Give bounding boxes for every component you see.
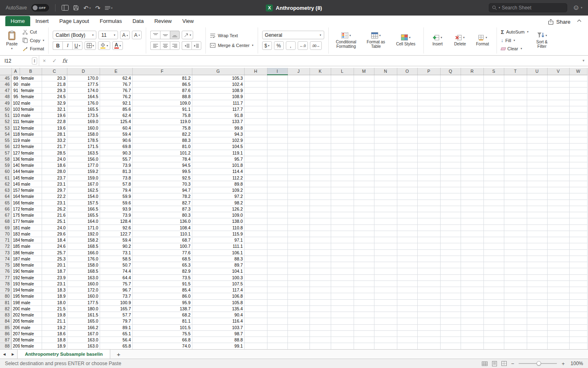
cell-N54[interactable] xyxy=(374,131,397,137)
save-icon[interactable] xyxy=(73,5,79,11)
cell-K54[interactable] xyxy=(310,131,331,137)
cell-G85[interactable]: 103.7 xyxy=(192,324,244,330)
cell-D88[interactable]: 163.0 xyxy=(67,343,100,349)
cell-G88[interactable]: 99.1 xyxy=(192,343,244,349)
cell-L47[interactable] xyxy=(331,88,354,94)
cell-U80[interactable] xyxy=(527,293,547,299)
cell-B56[interactable]: female xyxy=(20,144,42,150)
cell-Q55[interactable] xyxy=(440,137,461,144)
cell-S74[interactable] xyxy=(483,256,504,262)
cell-M78[interactable] xyxy=(354,280,374,287)
row-header-63[interactable]: 63 xyxy=(0,187,11,193)
cell-F48[interactable]: 88.8 xyxy=(132,94,192,100)
conditional-formatting-button[interactable]: Conditional Formatting xyxy=(333,32,360,49)
cell-F77[interactable]: 73.5 xyxy=(132,274,192,280)
cell-H68[interactable] xyxy=(244,218,267,224)
cell-J53[interactable] xyxy=(287,125,310,131)
cell-R50[interactable] xyxy=(461,106,483,112)
cell-N80[interactable] xyxy=(374,293,397,299)
cell-C52[interactable]: 22.8 xyxy=(42,119,67,125)
cell-O69[interactable] xyxy=(397,224,417,231)
cell-U64[interactable] xyxy=(527,193,547,200)
cell-O60[interactable] xyxy=(397,168,417,175)
cell-K73[interactable] xyxy=(310,249,331,256)
cell-S47[interactable] xyxy=(483,88,504,94)
cell-R79[interactable] xyxy=(461,287,483,293)
cell-U51[interactable] xyxy=(527,112,547,119)
cell-K67[interactable] xyxy=(310,212,331,218)
cell-A71[interactable]: 184 xyxy=(11,237,20,243)
cell-L69[interactable] xyxy=(331,224,354,231)
cell-D60[interactable]: 159.2 xyxy=(67,168,100,175)
cell-S64[interactable] xyxy=(483,193,504,200)
cell-C81[interactable]: 18.0 xyxy=(42,299,67,305)
zoom-out-icon[interactable]: − xyxy=(511,361,514,367)
underline-button[interactable]: U xyxy=(72,41,82,50)
cell-B45[interactable]: female xyxy=(20,75,42,81)
cell-P52[interactable] xyxy=(417,119,440,125)
cell-A86[interactable]: 207 xyxy=(11,330,20,337)
cell-C80[interactable]: 18.9 xyxy=(42,293,67,299)
cell-T52[interactable] xyxy=(504,119,527,125)
cell-U60[interactable] xyxy=(527,168,547,175)
next-sheet-icon[interactable]: ▶ xyxy=(9,350,17,359)
cell-R78[interactable] xyxy=(461,280,483,287)
sheet-tab-active[interactable]: Anthropometry Subsample baselin xyxy=(17,350,110,359)
cell-A61[interactable]: 145 xyxy=(11,175,20,181)
cell-R67[interactable] xyxy=(461,212,483,218)
cell-J62[interactable] xyxy=(287,181,310,187)
cell-P84[interactable] xyxy=(417,318,440,324)
cell-O87[interactable] xyxy=(397,337,417,343)
cell-V51[interactable] xyxy=(547,112,569,119)
cell-A70[interactable]: 183 xyxy=(11,231,20,237)
cell-W84[interactable] xyxy=(569,318,587,324)
cell-D76[interactable]: 168.5 xyxy=(67,268,100,274)
cell-T80[interactable] xyxy=(504,293,527,299)
cell-B58[interactable]: female xyxy=(20,156,42,162)
cell-E59[interactable]: 73.9 xyxy=(100,162,132,168)
cell-L81[interactable] xyxy=(331,299,354,305)
cell-D67[interactable]: 165.5 xyxy=(67,212,100,218)
cell-L50[interactable] xyxy=(331,106,354,112)
cell-O50[interactable] xyxy=(397,106,417,112)
cell-J61[interactable] xyxy=(287,175,310,181)
cell-B72[interactable]: male xyxy=(20,243,42,249)
cell-E64[interactable]: 59.9 xyxy=(100,193,132,200)
cell-J48[interactable] xyxy=(287,94,310,100)
cell-D57[interactable]: 163.5 xyxy=(67,150,100,156)
cell-L52[interactable] xyxy=(331,119,354,125)
cell-J79[interactable] xyxy=(287,287,310,293)
cell-M75[interactable] xyxy=(354,262,374,268)
row-header-81[interactable]: 81 xyxy=(0,299,11,305)
cell-C64[interactable]: 22.2 xyxy=(42,193,67,200)
cell-F75[interactable]: 65.3 xyxy=(132,262,192,268)
cell-F74[interactable]: 68.5 xyxy=(132,256,192,262)
cell-E85[interactable]: 89.1 xyxy=(100,324,132,330)
cell-J59[interactable] xyxy=(287,162,310,168)
confirm-entry-icon[interactable]: ✓ xyxy=(49,56,60,66)
cell-F70[interactable]: 110.1 xyxy=(132,231,192,237)
cell-A78[interactable]: 193 xyxy=(11,280,20,287)
cell-D61[interactable]: 159.0 xyxy=(67,175,100,181)
cell-E66[interactable]: 93.9 xyxy=(100,206,132,212)
cell-S86[interactable] xyxy=(483,330,504,337)
cell-E88[interactable]: 65.8 xyxy=(100,343,132,349)
cell-L68[interactable] xyxy=(331,218,354,224)
cell-J57[interactable] xyxy=(287,150,310,156)
cell-S46[interactable] xyxy=(483,81,504,87)
cell-O70[interactable] xyxy=(397,231,417,237)
cell-G69[interactable]: 110.8 xyxy=(192,224,244,231)
cell-K57[interactable] xyxy=(310,150,331,156)
cell-U68[interactable] xyxy=(527,218,547,224)
cell-F83[interactable]: 68.2 xyxy=(132,312,192,318)
cell-A48[interactable]: 95 xyxy=(11,94,20,100)
cell-U58[interactable] xyxy=(527,156,547,162)
cell-T63[interactable] xyxy=(504,187,527,193)
column-header-R[interactable]: R xyxy=(461,68,483,75)
cell-I77[interactable] xyxy=(267,274,287,280)
cell-P55[interactable] xyxy=(417,137,440,144)
cell-H88[interactable] xyxy=(244,343,267,349)
cell-W88[interactable] xyxy=(569,343,587,349)
name-box-stepper[interactable]: ▲▼ xyxy=(32,57,37,65)
cell-N86[interactable] xyxy=(374,330,397,337)
